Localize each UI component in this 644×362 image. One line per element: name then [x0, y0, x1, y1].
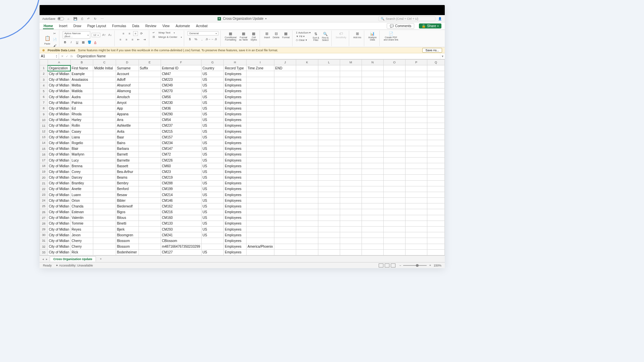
cell[interactable] [246, 111, 274, 117]
cell[interactable]: US [201, 186, 224, 192]
cell[interactable] [405, 77, 427, 82]
cell[interactable] [93, 215, 116, 221]
undo-icon[interactable]: ↶ [86, 16, 91, 21]
cell[interactable] [362, 175, 383, 180]
cell[interactable] [362, 111, 383, 117]
sheet-next-icon[interactable]: ▸ [46, 257, 48, 261]
enter-formula-icon[interactable]: ✓ [66, 55, 68, 58]
row-header[interactable]: 22 [40, 186, 48, 192]
cell[interactable] [139, 71, 161, 77]
cell[interactable] [139, 180, 161, 186]
cell[interactable]: END [274, 65, 296, 71]
cell[interactable] [340, 203, 362, 209]
row-header[interactable]: 2 [40, 71, 48, 77]
cell[interactable] [383, 192, 405, 197]
cell[interactable] [405, 65, 427, 71]
cell[interactable]: US [201, 198, 224, 203]
col-header[interactable]: K [296, 60, 318, 65]
cell[interactable] [296, 134, 318, 140]
cell[interactable] [362, 180, 383, 186]
cell[interactable] [274, 88, 296, 94]
cell[interactable]: Barnett [116, 152, 139, 157]
cell[interactable] [246, 192, 274, 197]
cell[interactable]: Lucy [70, 157, 93, 163]
cell[interactable] [383, 203, 405, 209]
cell[interactable] [427, 175, 445, 180]
cell[interactable] [296, 100, 318, 106]
cell[interactable] [318, 215, 340, 221]
fx-icon[interactable]: fx [70, 55, 73, 58]
tab-home[interactable]: Home [43, 23, 54, 29]
cell[interactable] [383, 106, 405, 111]
row-header[interactable]: 18 [40, 163, 48, 169]
cell[interactable] [246, 203, 274, 209]
cell[interactable] [362, 100, 383, 106]
cell[interactable]: Aharonof [116, 82, 139, 88]
cell[interactable]: CM127 [161, 249, 201, 255]
print-icon[interactable]: ⎙ [79, 16, 84, 21]
cell[interactable] [246, 77, 274, 82]
cell[interactable]: Luann [70, 192, 93, 197]
cell[interactable]: US [201, 163, 224, 169]
cell[interactable]: Cherry [70, 244, 93, 249]
cell[interactable] [362, 140, 383, 146]
cell[interactable] [362, 209, 383, 215]
cell[interactable] [340, 134, 362, 140]
clear-button[interactable]: ◇ Clear ▾ [296, 39, 307, 42]
cell[interactable] [362, 117, 383, 123]
cell[interactable]: Barbara [116, 146, 139, 152]
cell[interactable] [93, 209, 116, 215]
cell[interactable]: Employees [224, 175, 247, 180]
cell[interactable] [246, 82, 274, 88]
cell[interactable] [405, 140, 427, 146]
borders-button[interactable]: ▦ [81, 40, 86, 45]
cell[interactable] [362, 249, 383, 255]
cell[interactable]: Employees [224, 123, 247, 128]
cell[interactable]: City of Midlan [48, 82, 70, 88]
cell[interactable]: CM133 [161, 221, 201, 226]
cell[interactable] [296, 146, 318, 152]
wrap-text-button[interactable]: ↵ Wrap Text ▾ [153, 31, 175, 34]
cell[interactable] [139, 117, 161, 123]
row-header[interactable]: 24 [40, 198, 48, 203]
cell[interactable]: City of Midlan [48, 192, 70, 197]
cell[interactable]: Bigos [116, 209, 139, 215]
cell[interactable] [93, 71, 116, 77]
cell[interactable] [362, 157, 383, 163]
cell[interactable]: Blossom [116, 238, 139, 244]
cell[interactable]: Corey [70, 169, 93, 175]
cell[interactable] [405, 146, 427, 152]
save-as-button[interactable]: Save As... [422, 48, 442, 53]
cell[interactable]: Employees [224, 238, 247, 244]
cell[interactable] [246, 71, 274, 77]
cell[interactable]: CM234 [161, 140, 201, 146]
cell[interactable] [383, 82, 405, 88]
cell[interactable]: US [201, 100, 224, 106]
cell[interactable] [93, 111, 116, 117]
cell[interactable] [405, 163, 427, 169]
cell[interactable] [427, 140, 445, 146]
cell[interactable]: Employees [224, 134, 247, 140]
cell[interactable]: City of Midlan [48, 88, 70, 94]
cell[interactable] [296, 244, 318, 249]
col-header[interactable]: N [362, 60, 383, 65]
cell[interactable] [383, 215, 405, 221]
cell[interactable]: Bea-Arthur [116, 169, 139, 175]
cell[interactable] [427, 129, 445, 134]
cell[interactable] [139, 111, 161, 117]
cell[interactable]: CM215 [161, 129, 201, 134]
find-select-button[interactable]: 🔍Find & Select [321, 32, 329, 41]
cell[interactable] [201, 244, 224, 249]
cell[interactable]: CM199 [161, 186, 201, 192]
cell[interactable] [405, 238, 427, 244]
cell[interactable]: US [201, 226, 224, 232]
sheet-prev-icon[interactable]: ◂ [42, 257, 44, 261]
cell[interactable] [274, 152, 296, 157]
cell[interactable] [405, 111, 427, 117]
cell[interactable] [296, 175, 318, 180]
cell[interactable]: Employees [224, 106, 247, 111]
cell[interactable] [427, 163, 445, 169]
cell[interactable] [139, 134, 161, 140]
cell[interactable]: US [201, 169, 224, 175]
cell[interactable] [318, 244, 340, 249]
